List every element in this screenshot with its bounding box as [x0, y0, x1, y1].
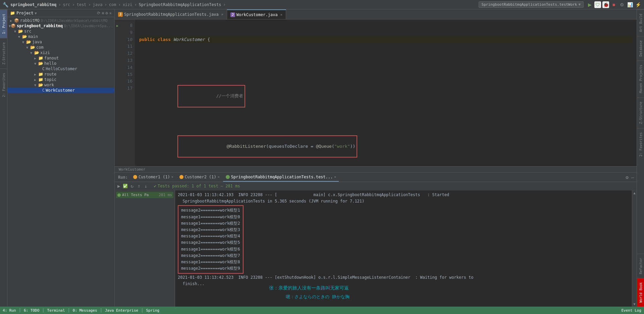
tree-item-work[interactable]: ▼ 📂 work — [7, 82, 114, 88]
folder-icon: 📂 — [26, 40, 31, 44]
rvt-refactor[interactable]: Refactor — [637, 254, 644, 278]
tree-item-hello[interactable]: ▼ 📂 hello — [7, 61, 114, 66]
tree-item-springboot[interactable]: ▼ 📦 springboot_rabbitmq D:\IDEA\JavaWork… — [7, 23, 114, 29]
folder-icon: 📁 — [38, 72, 43, 77]
bottom-tab-customer2[interactable]: Customer2 (1) ✕ — [177, 173, 222, 182]
tree-arrow: ▼ — [34, 83, 38, 87]
stop-button[interactable]: ■ — [610, 1, 617, 8]
minimize-icon[interactable]: — — [630, 175, 635, 180]
code-content: ▶ 8 9 10 11 12 — [115, 19, 637, 166]
tree-label: main — [28, 34, 38, 39]
bottom-tab-bar: Run: Customer1 (1) ✕ Customer2 (1) ✕ Spr… — [115, 173, 637, 182]
console-line: message1========work模型0 — [181, 214, 240, 220]
run-button[interactable]: ▶ — [586, 1, 593, 8]
scroll-up-icon[interactable]: ▲ — [633, 191, 635, 195]
tree-label: work — [44, 83, 54, 87]
tree-item-main[interactable]: ▼ 📂 main — [7, 34, 114, 39]
project-dropdown[interactable]: ▼ — [35, 11, 37, 15]
tree-item-src[interactable]: ▼ 📂 src — [7, 29, 114, 34]
status-messages[interactable]: 0: Messages — [73, 308, 97, 313]
test-all-pass[interactable]: All Tests Pa 281 ms — [116, 192, 173, 198]
status-java-enterprise[interactable]: Java Enterprise — [105, 308, 138, 313]
run-gutter-arrow[interactable]: ▶ — [116, 24, 118, 28]
tree-arrow: ▼ — [26, 46, 30, 49]
tree-label: rabbitMQ — [20, 18, 40, 23]
rvt-favorites[interactable]: 2: Favorites — [637, 128, 644, 161]
console-line: message2========work模型5 — [181, 239, 240, 246]
next-test-button[interactable]: ↓ — [143, 183, 148, 189]
sidebar-item-project[interactable]: 1: Project — [0, 9, 7, 38]
tree-item-route[interactable]: ▶ 📁 route — [7, 72, 114, 77]
tab-workcustomer[interactable]: J WorkCustomer.java ✕ — [227, 9, 286, 19]
rvt-database[interactable]: Database — [637, 36, 644, 60]
tree-item-rabbitmq[interactable]: ▶ 📦 rabbitMQ D:\IDEA\JavaWorkSpace\rabbi… — [7, 18, 114, 23]
tab-springboot-tests[interactable]: J SpringbootRabbitmqApplicationTests.jav… — [115, 9, 227, 19]
tree-item-com[interactable]: ▼ 📂 com — [7, 45, 114, 50]
sidebar-item-structure[interactable]: Z-Structure — [0, 38, 7, 69]
status-run[interactable]: 4: Run — [3, 308, 16, 313]
tree-item-fanout[interactable]: ▶ 📁 fanout — [7, 55, 114, 61]
tree-item-topic[interactable]: ▶ 📁 topic — [7, 77, 114, 82]
test-item-time: 281 ms — [159, 193, 172, 197]
bottom-actions: ⚙ — — [624, 175, 635, 180]
collapse-icon[interactable]: ≡ — [102, 11, 104, 15]
prev-test-button[interactable]: ↑ — [136, 183, 142, 189]
btab-label: SpringbootRabbitmqApplicationTests.test.… — [231, 175, 333, 179]
btab-close[interactable]: ✕ — [334, 175, 336, 179]
status-spring[interactable]: Spring — [146, 308, 159, 313]
tree-item-xizi[interactable]: ▼ 📂 xizi — [7, 50, 114, 55]
console-line: message2========work模型1 — [181, 207, 240, 214]
btab-icon — [133, 175, 137, 179]
tree-arrow: ▶ — [34, 78, 38, 82]
tree-item-java[interactable]: ▼ 📂 java — [7, 39, 114, 45]
module-icon: 📦 — [11, 24, 16, 28]
console-scrollbar[interactable]: ▲ ▼ — [632, 190, 637, 307]
status-terminal[interactable]: Terminal — [47, 308, 65, 313]
run-config-dropdown[interactable]: ▼ — [578, 2, 581, 7]
tab-close[interactable]: ✕ — [221, 12, 223, 16]
all-pass-icon: ✔ — [154, 184, 156, 188]
tree-label: src — [24, 29, 32, 34]
tab-bar: J SpringbootRabbitmqApplicationTests.jav… — [115, 9, 637, 19]
settings-icon[interactable]: ⚙ — [624, 175, 630, 180]
status-bar: 4: Run | 6: TODO | Terminal | 0: Message… — [0, 307, 644, 314]
status-eventlog[interactable]: Event Log — [621, 308, 641, 313]
sidebar-item-favorites[interactable]: 2: Favorites — [0, 69, 7, 101]
build-button[interactable]: ⚙ — [619, 1, 625, 8]
project-title: 📁 Project ▼ — [10, 11, 37, 15]
settings-button[interactable]: ⚡ — [635, 1, 641, 8]
tree-item-workcustomer[interactable]: C WorkCustomer — [7, 88, 114, 93]
sync-icon[interactable]: ⟳ — [97, 11, 100, 15]
btab-close[interactable]: ✕ — [218, 175, 220, 179]
rerun-button[interactable]: ↻ — [129, 183, 135, 189]
bottom-tab-tests[interactable]: SpringbootRabbitmqApplicationTests.test.… — [223, 173, 339, 182]
scroll-down-icon[interactable]: ▼ — [633, 302, 635, 306]
run-test-button[interactable]: ▶ — [116, 183, 121, 189]
console-line: message2========work模型7 — [181, 253, 240, 259]
btab-close[interactable]: ✕ — [171, 175, 173, 179]
tab-close[interactable]: ✕ — [280, 13, 282, 16]
editor-gutter: ▶ — [115, 19, 120, 166]
status-right: Event Log — [621, 308, 641, 313]
tree-item-hellocustomer[interactable]: C HelloCustomer — [7, 66, 114, 72]
rvt-worldbook[interactable]: World Book — [637, 278, 644, 307]
bottom-toolbar: ▶ ✅ ↻ ↑ ↓ ✔ Tests passed: 1 of 1 test – … — [115, 182, 637, 190]
status-todo[interactable]: 6: TODO — [24, 308, 39, 313]
bottom-tab-customer1[interactable]: Customer1 (1) ✕ — [130, 173, 176, 182]
console-line: message2========work模型9 — [181, 265, 240, 272]
run-config[interactable]: SpringbootRabbitmqApplicationTests.testW… — [479, 1, 584, 8]
run-with-coverage[interactable]: 🛡 — [594, 1, 601, 8]
hide-icon[interactable]: ✕ — [109, 11, 112, 15]
settings-icon[interactable]: ⚙ — [106, 11, 108, 15]
breadcrumb-tests: SpringbootRabbitmqApplicationTests — [139, 2, 221, 7]
breadcrumb-src: src — [63, 2, 70, 7]
overlay-text-1: 张：亲爱的旅人没有一条路叫无家可返 — [269, 284, 349, 291]
tree-label: WorkCustomer — [46, 88, 75, 93]
rvt-maven[interactable]: Maven Projects — [637, 60, 644, 97]
test-panel: All Tests Pa 281 ms — [115, 190, 175, 307]
debug-button[interactable]: 🐞 — [602, 1, 609, 8]
rvt-artbuild[interactable]: Art Build — [637, 9, 644, 36]
run-buttons: ▶ 🛡 🐞 ■ ⚙ 📊 ⚡ — [586, 1, 641, 8]
rvt-zstructure[interactable]: Z-Structure — [637, 97, 644, 128]
profile-button[interactable]: 📊 — [627, 1, 633, 8]
